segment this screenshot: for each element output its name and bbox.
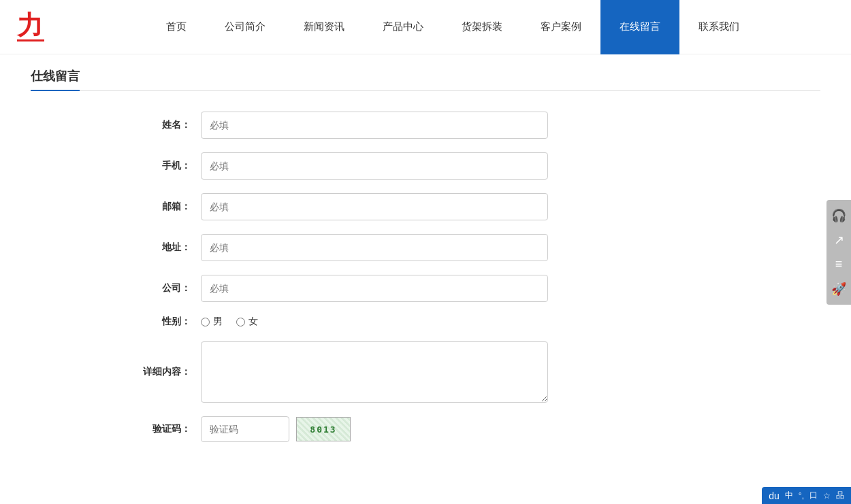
form-row-name: 姓名： <box>119 112 732 139</box>
phone-label: 手机： <box>119 160 201 172</box>
nav-item-contact[interactable]: 联系我们 <box>679 0 758 54</box>
sidebar-list-button[interactable]: ≡ <box>826 252 851 277</box>
right-sidebar: 🎧 ↗ ≡ 🚀 <box>826 200 851 305</box>
name-input[interactable] <box>201 112 548 139</box>
logo-underline <box>17 39 44 41</box>
gender-male-label: 男 <box>213 316 223 328</box>
name-label: 姓名： <box>119 119 201 131</box>
logo-area: 力 <box>0 12 54 41</box>
form-row-gender: 性别： 男 女 <box>119 316 732 328</box>
sidebar-headset-button[interactable]: 🎧 <box>826 203 851 228</box>
company-label: 公司： <box>119 282 201 295</box>
sidebar-share-button[interactable]: ↗ <box>826 228 851 252</box>
form-row-address: 地址： <box>119 234 732 261</box>
rocket-icon: 🚀 <box>831 282 846 297</box>
captcha-input[interactable] <box>201 416 289 442</box>
nav-item-cases[interactable]: 客户案例 <box>521 0 600 54</box>
sidebar-top-button[interactable]: 🚀 <box>826 277 851 301</box>
nav-item-about[interactable]: 公司简介 <box>206 0 285 54</box>
address-input[interactable] <box>201 234 548 261</box>
nav-item-shelves[interactable]: 货架拆装 <box>443 0 521 54</box>
headset-icon: 🎧 <box>831 208 846 223</box>
nav-item-message[interactable]: 在线留言 <box>600 0 679 54</box>
email-input[interactable] <box>201 193 548 220</box>
nav-items: 首页 公司简介 新闻资讯 产品中心 货架拆装 客户案例 在线留言 联系我们 <box>54 0 851 54</box>
gender-female-option[interactable]: 女 <box>236 316 258 328</box>
nav-item-news[interactable]: 新闻资讯 <box>285 0 364 54</box>
page-title-line <box>31 90 820 91</box>
form-row-phone: 手机： <box>119 152 732 180</box>
captcha-image[interactable]: 8013 <box>296 417 351 441</box>
page-title: 仕线留言 <box>31 68 80 91</box>
logo-icon: 力 <box>17 12 44 38</box>
form-row-detail: 详细内容： <box>119 341 732 403</box>
captcha-label: 验证码： <box>119 423 201 435</box>
form-row-captcha: 验证码： 8013 <box>119 416 732 442</box>
gender-label: 性别： <box>119 316 201 328</box>
nav-bar: 力 首页 公司简介 新闻资讯 产品中心 货架拆装 客户案例 在线留言 联系我们 <box>0 0 851 54</box>
page-content: 仕线留言 姓名： 手机： 邮箱： 地址： 公司： 性 <box>17 54 834 483</box>
gender-male-option[interactable]: 男 <box>201 316 223 328</box>
form-container: 姓名： 手机： 邮箱： 地址： 公司： 性别： <box>119 112 732 442</box>
share-icon: ↗ <box>834 233 844 248</box>
detail-label: 详细内容： <box>119 366 201 378</box>
form-row-company: 公司： <box>119 275 732 302</box>
detail-textarea[interactable] <box>201 341 548 403</box>
page-title-section: 仕线留言 <box>31 68 820 91</box>
gender-male-radio[interactable] <box>201 318 210 326</box>
gender-female-radio[interactable] <box>236 318 245 326</box>
list-icon: ≡ <box>835 257 843 271</box>
nav-item-home[interactable]: 首页 <box>147 0 206 54</box>
phone-input[interactable] <box>201 152 548 180</box>
form-row-email: 邮箱： <box>119 193 732 220</box>
address-label: 地址： <box>119 241 201 254</box>
gender-group: 男 女 <box>201 316 258 328</box>
captcha-group: 8013 <box>201 416 351 442</box>
email-label: 邮箱： <box>119 201 201 213</box>
captcha-value: 8013 <box>310 424 336 435</box>
nav-item-products[interactable]: 产品中心 <box>364 0 443 54</box>
gender-female-label: 女 <box>248 316 258 328</box>
company-input[interactable] <box>201 275 548 302</box>
